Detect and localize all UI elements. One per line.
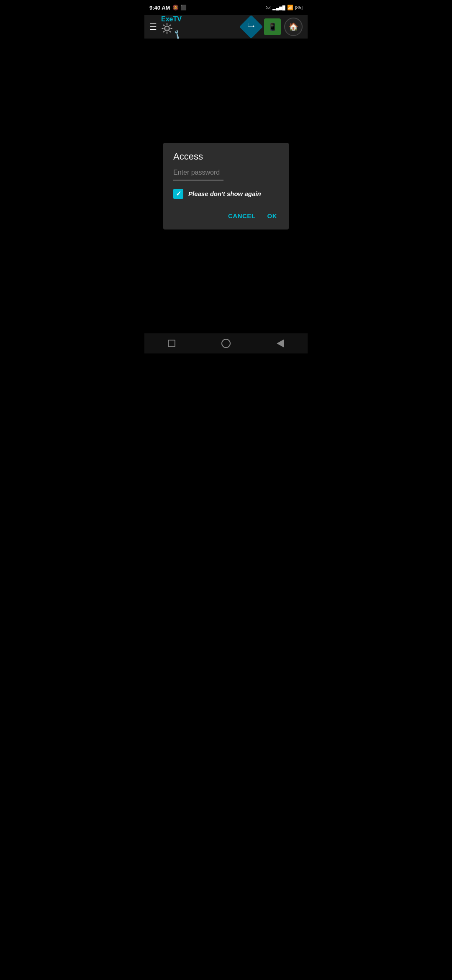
screen-icon: ⬛ [180, 5, 187, 10]
access-dialog: Access Enter password ✓ Please don't sho… [163, 143, 289, 230]
menu-icon[interactable]: ☰ [149, 22, 157, 32]
header-left: ☰ ExeTV PRO [149, 16, 182, 38]
logo-icon-area: PRO 🔧 [161, 23, 180, 38]
recent-apps-icon [168, 340, 175, 347]
status-time: 9:40 AM [149, 5, 170, 11]
battery-level: 85 [296, 5, 301, 10]
dialog-title: Access [173, 151, 279, 162]
bluetooth-icon: ⯵ [266, 5, 271, 10]
status-right: ⯵ ▂▄▆█ 📶 [85] [266, 5, 303, 10]
home-nav-button[interactable] [213, 335, 239, 352]
notification-icon: 📱 [268, 22, 277, 31]
app-header: ☰ ExeTV PRO [144, 15, 308, 39]
back-icon [277, 339, 284, 348]
gear-icon: PRO [161, 23, 173, 34]
battery-icon: [85] [295, 5, 303, 10]
dont-show-again-checkbox[interactable]: ✓ [173, 189, 183, 199]
share-button[interactable]: ⮡ [241, 17, 261, 36]
signal-icon: ▂▄▆█ [272, 5, 285, 10]
ok-button[interactable]: OK [266, 209, 279, 223]
app-name: ExeTV [161, 16, 182, 23]
home-icon: 🏠 [289, 22, 298, 31]
svg-line-8 [170, 25, 171, 26]
svg-line-6 [163, 25, 164, 26]
status-icons-left: 🔕 ⬛ [172, 5, 187, 10]
recent-apps-button[interactable] [159, 335, 184, 352]
dont-show-again-label: Please don't show again [188, 190, 261, 197]
status-bar: 9:40 AM 🔕 ⬛ ⯵ ▂▄▆█ 📶 [85] [144, 0, 308, 15]
header-right: ⮡ 📱 🏠 [241, 17, 303, 36]
svg-text:PRO: PRO [165, 28, 169, 30]
svg-line-7 [170, 31, 171, 32]
password-input-label: Enter password [173, 169, 279, 176]
cancel-button[interactable]: CANCEL [226, 209, 257, 223]
home-button[interactable]: 🏠 [284, 18, 303, 36]
dialog-buttons: CANCEL OK [173, 209, 279, 223]
home-nav-icon [221, 339, 231, 348]
checkmark-icon: ✓ [176, 190, 181, 198]
share-icon: ⮡ [247, 23, 255, 31]
status-left: 9:40 AM 🔕 ⬛ [149, 5, 187, 11]
dont-show-again-row: ✓ Please don't show again [173, 189, 279, 199]
password-input-underline [173, 180, 223, 181]
main-content: Access Enter password ✓ Please don't sho… [144, 39, 308, 333]
app-logo: ExeTV PRO [161, 16, 182, 38]
back-button[interactable] [268, 335, 293, 352]
notification-button[interactable]: 📱 [264, 18, 281, 35]
svg-line-9 [163, 31, 164, 32]
bottom-nav [144, 333, 308, 353]
wifi-icon: 📶 [287, 5, 293, 10]
mute-icon: 🔕 [172, 5, 179, 10]
dialog-overlay: Access Enter password ✓ Please don't sho… [144, 39, 308, 333]
